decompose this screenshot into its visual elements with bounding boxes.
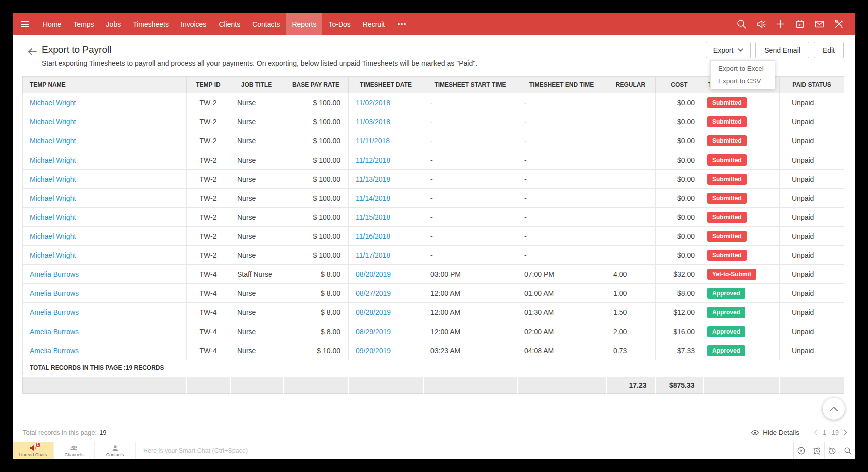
cell-timesheet-date: 11/13/2018	[349, 170, 423, 189]
timesheet-date-link[interactable]: 08/20/2019	[356, 270, 391, 278]
table-row[interactable]: Amelia Burrows TW-4 Staff Nurse $ 8.00 0…	[23, 265, 844, 284]
table-row[interactable]: Michael Wright TW-2 Nurse $ 100.00 11/16…	[23, 227, 844, 246]
timesheet-status-badge: Submitted	[707, 97, 747, 108]
table-row[interactable]: Michael Wright TW-2 Nurse $ 100.00 11/15…	[23, 208, 844, 227]
col-job-title[interactable]: JOB TITLE	[230, 77, 283, 93]
timesheet-date-link[interactable]: 11/11/2018	[356, 137, 390, 145]
temp-name-link[interactable]: Michael Wright	[30, 118, 76, 126]
menu-item-export-to-excel[interactable]: Export to Excel	[711, 62, 775, 75]
temp-name-link[interactable]: Michael Wright	[30, 213, 76, 221]
scroll-to-top-button[interactable]	[823, 398, 845, 420]
col-timesheet-date[interactable]: TIMESHEET DATE	[349, 77, 423, 93]
table-row[interactable]: Amelia Burrows TW-4 Nurse $ 8.00 08/28/2…	[23, 303, 844, 322]
nav-item-recruit[interactable]: Recruit	[357, 13, 391, 35]
nav-item-clients[interactable]: Clients	[212, 13, 246, 35]
temp-name-link[interactable]: Michael Wright	[30, 99, 76, 107]
col-timesheet-end-time[interactable]: TIMESHEET END TIME	[517, 77, 606, 93]
nav-item-todos[interactable]: To-Dos	[322, 13, 356, 35]
timesheet-date-link[interactable]: 11/02/2018	[356, 99, 390, 107]
table-row[interactable]: Amelia Burrows TW-4 Nurse $ 8.00 08/27/2…	[23, 284, 844, 303]
col-temp-name[interactable]: TEMP NAME	[23, 77, 187, 93]
cell-regular	[606, 150, 656, 170]
timesheet-status-badge: Submitted	[707, 135, 747, 146]
col-regular[interactable]: REGULAR	[606, 77, 656, 93]
nav-item-home[interactable]: Home	[37, 13, 67, 35]
col-temp-id[interactable]: TEMP ID	[187, 77, 230, 93]
export-button[interactable]: Export	[706, 42, 751, 58]
cell-temp-name: Michael Wright	[23, 170, 187, 189]
tools-icon[interactable]	[834, 19, 844, 29]
announcement-icon[interactable]	[756, 19, 766, 29]
col-paid-status[interactable]: PAID STATUS	[780, 77, 844, 93]
nav-item-temps[interactable]: Temps	[67, 13, 100, 35]
temp-name-link[interactable]: Michael Wright	[30, 232, 76, 240]
chat-tab-unread-chats[interactable]: 1 Unread Chats	[13, 442, 54, 459]
next-page-icon[interactable]	[843, 429, 848, 436]
col-base-pay-rate[interactable]: BASE PAY RATE	[283, 77, 349, 93]
nav-more-button[interactable]	[391, 13, 413, 35]
temp-name-link[interactable]: Amelia Burrows	[30, 328, 79, 336]
timesheet-date-link[interactable]: 11/03/2018	[356, 118, 390, 126]
temp-name-link[interactable]: Amelia Burrows	[30, 347, 79, 355]
history-icon[interactable]	[824, 442, 840, 459]
timesheet-date-link[interactable]: 11/17/2018	[356, 251, 390, 259]
cell-timesheet-status: Approved	[703, 341, 780, 360]
temp-name-link[interactable]: Michael Wright	[30, 251, 76, 259]
nav-item-timesheets[interactable]: Timesheets	[127, 13, 175, 35]
temp-name-link[interactable]: Michael Wright	[30, 175, 76, 183]
table-row[interactable]: Michael Wright TW-2 Nurse $ 100.00 11/14…	[23, 189, 844, 208]
timesheet-date-link[interactable]: 11/12/2018	[356, 156, 390, 164]
edit-button[interactable]: Edit	[814, 42, 844, 58]
hide-details-toggle[interactable]: Hide Details	[751, 429, 799, 436]
timesheet-date-link[interactable]: 08/28/2019	[356, 308, 391, 317]
chat-tab-contacts[interactable]: Contacts	[95, 442, 136, 459]
back-arrow-icon[interactable]	[27, 46, 38, 57]
total-records-label: TOTAL RECORDS IN THIS PAGE :19 RECORDS	[23, 360, 844, 376]
calendar-31-icon[interactable]: 31	[795, 19, 805, 29]
nav-item-jobs[interactable]: Jobs	[100, 13, 127, 35]
table-row[interactable]: Michael Wright TW-2 Nurse $ 100.00 11/03…	[23, 112, 844, 131]
temp-name-link[interactable]: Amelia Burrows	[30, 289, 79, 297]
search-icon[interactable]	[736, 19, 747, 29]
nav-item-contacts[interactable]: Contacts	[246, 13, 286, 35]
table-row[interactable]: Michael Wright TW-2 Nurse $ 100.00 11/12…	[23, 150, 844, 170]
search-icon[interactable]	[840, 442, 855, 459]
temp-name-link[interactable]: Amelia Burrows	[30, 270, 79, 278]
temp-name-link[interactable]: Michael Wright	[30, 194, 76, 202]
table-row[interactable]: Michael Wright TW-2 Nurse $ 100.00 11/11…	[23, 131, 844, 150]
timesheet-date-link[interactable]: 11/14/2018	[356, 194, 390, 202]
col-timesheet-start-time[interactable]: TIMESHEET START TIME	[423, 77, 517, 93]
menu-item-export-to-csv[interactable]: Export to CSV	[711, 75, 775, 87]
add-icon[interactable]	[775, 19, 786, 29]
table-row[interactable]: Amelia Burrows TW-4 Nurse $ 10.00 09/20/…	[23, 341, 844, 360]
table-row[interactable]: Michael Wright TW-2 Nurse $ 100.00 11/13…	[23, 170, 844, 189]
table-row[interactable]: Michael Wright TW-2 Nurse $ 100.00 11/02…	[23, 93, 844, 112]
timesheet-date-link[interactable]: 11/13/2018	[356, 175, 390, 183]
cell-regular	[606, 189, 656, 208]
timesheet-date-link[interactable]: 08/29/2019	[356, 328, 391, 336]
prev-page-icon[interactable]	[813, 429, 819, 436]
nav-item-invoices[interactable]: Invoices	[175, 13, 212, 35]
cell-regular	[606, 112, 656, 131]
page-title: Export to Payroll	[42, 44, 111, 55]
timesheet-date-link[interactable]: 08/27/2019	[356, 289, 391, 297]
cell-regular	[606, 131, 656, 150]
timesheet-date-link[interactable]: 09/20/2019	[356, 347, 391, 355]
timesheet-date-link[interactable]: 11/16/2018	[356, 232, 390, 240]
temp-name-link[interactable]: Michael Wright	[30, 137, 76, 145]
cell-end-time: 07:00 PM	[517, 265, 606, 284]
timesheet-date-link[interactable]: 11/15/2018	[356, 213, 390, 221]
temp-name-link[interactable]: Amelia Burrows	[30, 308, 79, 317]
media-play-icon[interactable]	[793, 442, 809, 459]
smart-chat-input[interactable]	[143, 447, 793, 454]
mail-icon[interactable]	[814, 19, 825, 29]
table-row[interactable]: Michael Wright TW-2 Nurse $ 100.00 11/17…	[23, 246, 844, 265]
nav-item-reports[interactable]: Reports	[286, 13, 322, 35]
col-cost[interactable]: COST	[656, 77, 703, 93]
send-email-button[interactable]: Send Email	[755, 42, 809, 58]
table-row[interactable]: Amelia Burrows TW-4 Nurse $ 8.00 08/29/2…	[23, 322, 844, 341]
hamburger-menu-icon[interactable]	[13, 13, 37, 35]
reminder-icon[interactable]	[809, 442, 824, 459]
temp-name-link[interactable]: Michael Wright	[30, 156, 76, 164]
chat-tab-channels[interactable]: Channels	[54, 442, 95, 459]
